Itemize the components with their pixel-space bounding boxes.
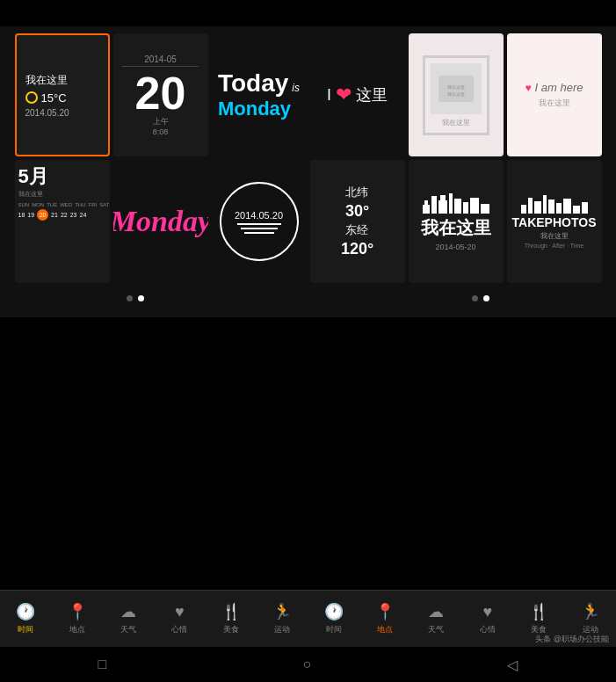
i-am-here-text: I am here (535, 81, 583, 94)
svg-rect-17 (548, 200, 554, 214)
dot-right-2 (483, 295, 489, 301)
location2-icon: 📍 (375, 602, 395, 621)
lat-label: 北纬 (345, 185, 368, 200)
takephotos-sub: 我在这里 (540, 231, 569, 241)
takephotos-tagline: Through · After · Time (525, 243, 583, 249)
cal-header-row: SUNMONTUEWEDTHUFRISAT (18, 202, 110, 207)
stamp-border: 我在这里 我在这里 我在这里 (423, 55, 489, 135)
today-row: Today is (218, 69, 300, 98)
time-ampm: 上午 (153, 116, 169, 127)
lon-value: 120° (341, 240, 373, 258)
mood1-icon: ♥ (175, 603, 185, 621)
main-area: 我在这里 15°C 2014.05.20 2014-05 20 上午 8:08 … (0, 26, 616, 317)
svg-rect-4 (424, 200, 428, 205)
card-coordinates[interactable]: 北纬 30° 东经 120° (310, 160, 405, 283)
time1-icon: 🕐 (16, 602, 35, 621)
time1-label: 时间 (18, 624, 33, 635)
svg-rect-21 (582, 202, 588, 214)
nav-item-food1[interactable]: 🍴 美食 (209, 602, 253, 635)
dots-indicator-row (4, 287, 612, 310)
sports2-icon: 🏃 (581, 602, 600, 621)
nav-item-time2[interactable]: 🕐 时间 (312, 602, 356, 635)
coords-inner: 北纬 30° 东经 120° (341, 185, 373, 258)
cal-data-row: 1819 20 21222324 (18, 209, 87, 221)
sys-circle-btn[interactable]: ○ (303, 657, 312, 672)
food1-label: 美食 (223, 624, 239, 635)
dot-right-1 (472, 295, 478, 301)
card-i-love-here[interactable]: I ❤ 这里 (310, 33, 405, 156)
lon-label: 东经 (345, 222, 368, 238)
dots-right (472, 295, 489, 301)
heart-i-am: ♥ I am here (525, 81, 583, 94)
stamp-circle-date: 2014.05.20 (235, 210, 283, 221)
here-chinese: 这里 (356, 84, 388, 105)
card-stamp-circle[interactable]: 2014.05.20 (212, 160, 307, 283)
card-city-wz[interactable]: 我在这里 2014-05-20 (409, 160, 504, 283)
mood2-label: 心情 (480, 624, 496, 635)
is-word: is (292, 82, 300, 94)
food1-icon: 🍴 (221, 602, 241, 621)
stamp-label: 我在这里 (442, 118, 470, 127)
watermark-text: 头条 @职场办公技能 (535, 634, 609, 645)
svg-rect-13 (521, 205, 526, 214)
card-i-am-here[interactable]: ♥ I am here 我在这里 (507, 33, 602, 156)
card-date-big[interactable]: 2014-05 20 上午 8:08 (113, 33, 208, 156)
location-label: 我在这里 (25, 73, 68, 88)
heart-icon: ❤ (336, 83, 351, 106)
dots-left (127, 295, 144, 301)
nav-item-location1[interactable]: 📍 地点 (55, 602, 99, 635)
temperature: 15°C (41, 91, 67, 105)
card-takephotos[interactable]: TAKEPHOTOS 我在这里 Through · After · Time (507, 160, 602, 283)
svg-rect-11 (470, 198, 479, 214)
monday-word: Monday (218, 98, 291, 120)
sports1-icon: 🏃 (272, 602, 292, 621)
location2-label: 地点 (377, 624, 393, 635)
card-monday-script[interactable]: Monday (113, 160, 208, 283)
card-calendar[interactable]: 5月 我在这里 SUNMONTUEWEDTHUFRISAT 1819 20 21… (15, 160, 110, 283)
bottom-nav: 🕐 时间 📍 地点 ☁ 天气 ♥ 心情 🍴 美食 🏃 运动 🕐 时间 📍 地点 … (0, 590, 616, 647)
i-text: I (327, 86, 331, 105)
location1-icon: 📍 (68, 602, 87, 621)
big-day: 20 (135, 70, 186, 116)
card-stamp-pink[interactable]: 我在这里 我在这里 我在这里 (409, 33, 504, 156)
nav-item-mood2[interactable]: ♥ 心情 (466, 603, 510, 635)
food2-icon: 🍴 (529, 602, 548, 621)
wz-date-text: 2014-05-20 (435, 243, 475, 251)
weather2-label: 天气 (428, 624, 444, 635)
card-today-monday[interactable]: Today is Monday (212, 33, 307, 156)
city-inner: 我在这里 2014-05-20 (421, 192, 491, 251)
nav-item-sports2[interactable]: 🏃 运动 (569, 602, 612, 635)
svg-rect-16 (543, 195, 547, 214)
wz-big-text: 我在这里 (421, 216, 491, 240)
sys-triangle-btn[interactable]: ◁ (507, 657, 518, 673)
sports1-label: 运动 (274, 624, 290, 635)
today-word: Today (218, 69, 288, 98)
card-weather-location[interactable]: 我在这里 15°C 2014.05.20 (15, 33, 110, 156)
svg-rect-18 (556, 203, 562, 214)
nav-item-food2[interactable]: 🍴 美食 (517, 602, 561, 635)
svg-rect-19 (563, 199, 571, 214)
stamp-svg: 我在这里 我在这里 (434, 71, 478, 106)
sys-nav-bar: □ ○ ◁ (0, 647, 616, 682)
takephotos-text: TAKEPHOTOS (512, 215, 597, 229)
cal-sublabel: 我在这里 (18, 190, 43, 199)
monday-script-text: Monday (113, 205, 208, 238)
nav-item-location2[interactable]: 📍 地点 (363, 602, 407, 635)
svg-rect-20 (573, 206, 580, 214)
takephotos-city-svg (519, 194, 590, 214)
sys-square-btn[interactable]: □ (98, 657, 107, 672)
wz-here-text: 我在这里 (539, 98, 570, 109)
nav-item-sports1[interactable]: 🏃 运动 (260, 602, 304, 635)
stamp-image: 我在这里 我在这里 (431, 63, 482, 114)
nav-item-weather2[interactable]: ☁ 天气 (414, 602, 458, 635)
nav-item-weather1[interactable]: ☁ 天气 (106, 602, 150, 635)
date-display: 2014.05.20 (25, 108, 69, 118)
svg-rect-14 (528, 198, 533, 214)
nav-item-time1[interactable]: 🕐 时间 (4, 602, 47, 635)
svg-rect-12 (481, 204, 489, 214)
mood1-label: 心情 (171, 624, 187, 635)
svg-text:我在这里: 我在这里 (447, 91, 465, 97)
nav-item-mood1[interactable]: ♥ 心情 (157, 603, 201, 635)
top-bar (0, 0, 616, 26)
svg-rect-10 (463, 202, 468, 214)
